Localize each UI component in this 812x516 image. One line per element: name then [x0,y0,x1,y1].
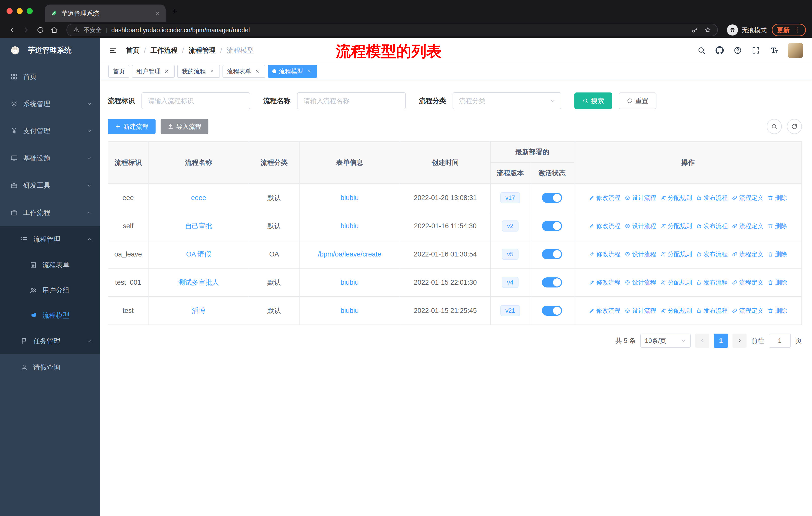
sidebar-item-system-mgmt[interactable]: 系统管理 [0,90,100,117]
action-modify[interactable]: 修改流程 [589,250,620,258]
bookmark-star-icon[interactable] [704,26,711,33]
action-definition[interactable]: 流程定义 [732,194,763,202]
back-button[interactable] [6,24,18,36]
tag-close-icon[interactable] [254,68,261,75]
tag-close-icon[interactable] [208,68,215,75]
search-button[interactable]: 搜索 [574,92,612,109]
user-avatar[interactable] [788,43,803,58]
sidebar-item-process-model[interactable]: 流程模型 [0,303,100,328]
action-publish[interactable]: 发布流程 [696,222,728,230]
action-publish[interactable]: 发布流程 [696,278,728,287]
sidebar-item-task-mgmt[interactable]: 任务管理 [0,328,100,354]
active-status-toggle[interactable] [542,277,562,288]
form-info-link[interactable]: biubiu [341,307,359,315]
process-category-select[interactable]: 流程分类 [453,92,561,109]
app-logo[interactable]: 芋道管理系统 [0,38,100,63]
process-name-link[interactable]: OA 请假 [186,250,211,258]
action-assign-rule[interactable]: 分配规则 [660,222,692,230]
breadcrumb-item[interactable]: 首页 [126,46,140,55]
action-design[interactable]: 设计流程 [625,307,656,315]
form-info-link[interactable]: /bpm/oa/leave/create [318,250,381,258]
sidebar-item-process-form[interactable]: 流程表单 [0,252,100,278]
forward-button[interactable] [20,24,32,36]
action-definition[interactable]: 流程定义 [732,222,763,230]
github-button[interactable] [715,46,724,55]
form-info-link[interactable]: biubiu [341,222,359,230]
action-publish[interactable]: 发布流程 [696,194,728,202]
action-design[interactable]: 设计流程 [625,250,656,258]
address-bar[interactable]: 不安全 | dashboard.yudao.iocoder.cn/bpm/man… [66,24,718,36]
breadcrumb-item[interactable]: 流程管理 [188,46,216,55]
action-definition[interactable]: 流程定义 [732,278,763,287]
action-delete[interactable]: 删除 [767,307,787,315]
action-modify[interactable]: 修改流程 [589,307,620,315]
minimize-window-button[interactable] [17,8,23,14]
goto-page-input[interactable] [769,333,791,348]
action-definition[interactable]: 流程定义 [732,307,763,315]
form-info-link[interactable]: biubiu [341,279,359,286]
fullscreen-button[interactable] [752,46,760,55]
browser-home-button[interactable] [48,24,60,36]
action-delete[interactable]: 删除 [767,278,787,287]
process-name-link[interactable]: 测试多审批人 [178,279,219,286]
header-search-button[interactable] [697,46,706,55]
tag-close-icon[interactable] [306,68,313,75]
toggle-search-button[interactable] [767,119,782,134]
help-button[interactable] [733,46,742,55]
action-design[interactable]: 设计流程 [625,222,656,230]
form-info-link[interactable]: biubiu [341,194,359,201]
refresh-table-button[interactable] [787,119,802,134]
process-name-link[interactable]: 滔博 [192,307,205,315]
process-name-link[interactable]: 自己审批 [185,222,212,230]
action-publish[interactable]: 发布流程 [696,307,728,315]
active-status-toggle[interactable] [542,193,562,203]
action-assign-rule[interactable]: 分配规则 [660,278,692,287]
tag-close-icon[interactable] [163,68,170,75]
process-name-input[interactable] [297,92,406,109]
browser-tab[interactable]: 芋道管理系统 [45,4,166,22]
tag-home[interactable]: 首页 [108,65,129,78]
sidebar-item-workflow[interactable]: 工作流程 [0,199,100,226]
action-delete[interactable]: 删除 [767,222,787,230]
action-modify[interactable]: 修改流程 [589,278,620,287]
tab-close-button[interactable] [155,11,160,16]
sidebar-item-dev-tools[interactable]: 研发工具 [0,172,100,199]
action-publish[interactable]: 发布流程 [696,250,728,258]
action-delete[interactable]: 删除 [767,194,787,202]
new-tab-button[interactable] [172,8,178,15]
create-process-button[interactable]: 新建流程 [108,119,155,134]
action-assign-rule[interactable]: 分配规则 [660,250,692,258]
collapse-sidebar-button[interactable] [109,46,117,55]
page-size-select[interactable]: 10条/页 [640,333,691,348]
sidebar-item-infrastructure[interactable]: 基础设施 [0,145,100,172]
tag-tenant-mgmt[interactable]: 租户管理 [132,65,175,78]
font-size-button[interactable] [770,46,778,55]
active-status-toggle[interactable] [542,249,562,259]
sidebar-item-payment-mgmt[interactable]: 支付管理 [0,117,100,145]
password-key-icon[interactable] [691,26,698,33]
action-definition[interactable]: 流程定义 [732,250,763,258]
action-design[interactable]: 设计流程 [625,194,656,202]
browser-menu-kebab-icon[interactable] [794,26,801,33]
tag-process-model[interactable]: 流程模型 [268,65,317,78]
sidebar-item-leave-query[interactable]: 请假查询 [0,354,100,380]
prev-page-button[interactable] [695,333,709,348]
action-modify[interactable]: 修改流程 [589,222,620,230]
security-warning-icon[interactable] [73,27,80,33]
action-modify[interactable]: 修改流程 [589,194,620,202]
action-delete[interactable]: 删除 [767,250,787,258]
next-page-button[interactable] [732,333,747,348]
reload-button[interactable] [34,24,46,36]
process-name-link[interactable]: eeee [191,194,206,201]
reset-button[interactable]: 重置 [619,92,657,109]
action-assign-rule[interactable]: 分配规则 [660,194,692,202]
active-status-toggle[interactable] [542,306,562,316]
import-process-button[interactable]: 导入流程 [161,119,208,134]
sidebar-item-process-mgmt[interactable]: 流程管理 [0,226,100,252]
action-design[interactable]: 设计流程 [625,278,656,287]
tag-process-form[interactable]: 流程表单 [223,65,265,78]
process-key-input[interactable] [141,92,250,109]
sidebar-item-user-group[interactable]: 用户分组 [0,278,100,303]
zoom-window-button[interactable] [27,8,33,14]
tag-my-process[interactable]: 我的流程 [177,65,220,78]
